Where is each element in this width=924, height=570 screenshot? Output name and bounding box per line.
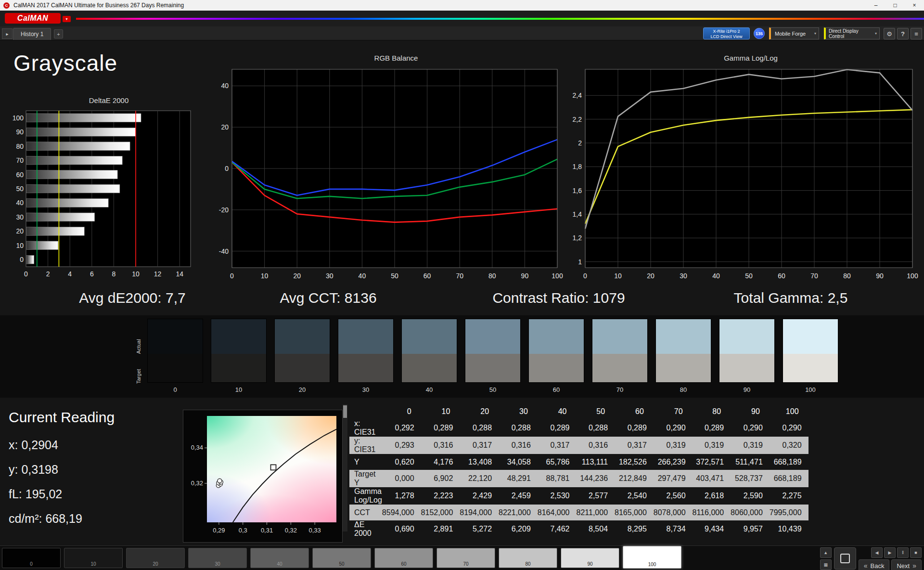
stop-measure-button[interactable]: [834, 547, 856, 570]
swatch-level-label: 0: [147, 386, 203, 393]
maximize-button[interactable]: □: [886, 0, 905, 11]
table-cell: 2,590: [731, 487, 770, 505]
next-button[interactable]: Next »: [891, 559, 922, 570]
svg-text:2,2: 2,2: [573, 116, 582, 123]
swatch-stack: [783, 319, 838, 383]
stat-avg-de2000: Avg dE2000: 7,7: [79, 290, 185, 306]
swatch-actual: [783, 319, 838, 354]
svg-text:50: 50: [16, 185, 24, 193]
stop-icon: [840, 554, 850, 563]
reading-x: x: 0,2904: [9, 438, 115, 452]
swatch-actual: [656, 319, 711, 354]
play-button[interactable]: ▶: [884, 547, 896, 558]
table-cell: 0,316: [577, 437, 615, 454]
table-cell: 6,902: [421, 470, 460, 487]
record-button[interactable]: ■: [910, 547, 922, 558]
table-cell: 297,479: [654, 470, 693, 487]
calman-logo[interactable]: CalMAN: [5, 13, 61, 24]
chevron-down-icon: ▾: [65, 17, 67, 21]
source-dropdown[interactable]: Mobile Forge ▾: [769, 27, 819, 39]
table-cell: 0,319: [693, 437, 731, 454]
swatch-target: [656, 354, 711, 382]
tab-history-1[interactable]: History 1: [13, 28, 51, 40]
table-cell: 0,288: [499, 419, 538, 437]
eject-button[interactable]: ▲: [820, 547, 832, 558]
svg-text:12: 12: [154, 270, 162, 278]
pause-button[interactable]: ‖: [897, 547, 909, 558]
table-cell: 2,540: [615, 487, 654, 505]
table-column-header: 80: [693, 403, 731, 419]
measurement-table: 0102030405060708090100x: CIE310,2920,289…: [349, 403, 808, 538]
swatch-row: 0102030405060708090100: [147, 319, 838, 393]
pause-icon: ‖: [902, 550, 904, 555]
back-chevron-icon: «: [864, 562, 868, 570]
rgb-balance-chart: RGB Balance 40200-20-4001020304050607080…: [212, 54, 563, 284]
table-scrollbar[interactable]: [343, 404, 347, 531]
svg-text:80: 80: [843, 272, 851, 280]
level-patch-30[interactable]: 30: [188, 548, 247, 568]
previous-button[interactable]: ◀: [871, 547, 883, 558]
panel-menu-button[interactable]: ≡: [911, 28, 922, 39]
stop-square-icon: ■: [914, 550, 917, 555]
svg-text:0: 0: [583, 272, 587, 280]
svg-text:1: 1: [578, 258, 582, 266]
level-patch-90[interactable]: 90: [561, 548, 619, 568]
logo-menu-button[interactable]: ▾: [63, 16, 71, 22]
settings-button[interactable]: ⚙: [884, 28, 895, 39]
minimize-button[interactable]: –: [866, 0, 886, 11]
level-patch-10[interactable]: 10: [64, 548, 123, 568]
svg-text:40: 40: [359, 272, 366, 280]
svg-text:1,8: 1,8: [573, 163, 582, 170]
table-scrollbar-thumb[interactable]: [343, 405, 347, 418]
table-cell: 8194,000: [460, 505, 499, 520]
grayscale-swatch-40: 40: [401, 319, 457, 393]
table-cell: 1,278: [382, 487, 421, 505]
table-cell: 6,209: [499, 520, 538, 538]
table-cell: 182,526: [615, 454, 654, 470]
back-button[interactable]: « Back: [859, 559, 890, 570]
level-patch-60[interactable]: 60: [374, 548, 433, 568]
close-button[interactable]: ×: [905, 0, 924, 11]
level-patch-100[interactable]: 100: [623, 546, 681, 569]
level-patch-50[interactable]: 50: [312, 548, 371, 568]
patch-level-label: 70: [437, 561, 495, 567]
play-icon: ▶: [888, 550, 892, 555]
level-patch-0[interactable]: 0: [2, 548, 61, 568]
swatch-stack: [719, 319, 775, 383]
table-cell: 0,000: [382, 470, 421, 487]
table-row: x: CIE310,2920,2890,2880,2880,2890,2880,…: [349, 419, 808, 437]
layout-button[interactable]: ▦: [820, 559, 832, 570]
table-cell: 0,293: [382, 437, 421, 454]
table-row: ΔE 20000,6902,8915,2726,2097,4628,5048,2…: [349, 520, 808, 538]
swatch-target: [783, 354, 838, 382]
level-patch-80[interactable]: 80: [499, 548, 557, 568]
swatch-actual: [465, 319, 520, 354]
swatch-level-label: 10: [211, 386, 267, 393]
table-cell: 0,290: [770, 419, 808, 437]
display-control-dropdown[interactable]: Direct Display Control ▾: [824, 27, 880, 39]
table-cell: 0,317: [538, 437, 577, 454]
previous-icon: ◀: [875, 550, 879, 555]
tab-nav-button[interactable]: ▸: [2, 28, 13, 39]
level-patch-70[interactable]: 70: [436, 548, 495, 568]
add-tab-button[interactable]: +: [54, 29, 63, 39]
level-patch-40[interactable]: 40: [250, 548, 309, 568]
grayscale-swatch-60: 60: [528, 319, 584, 393]
patch-level-label: 10: [64, 561, 122, 567]
swatch-stack: [592, 319, 648, 383]
svg-text:0: 0: [24, 270, 28, 278]
chevron-down-icon: ▾: [875, 31, 877, 36]
svg-text:40: 40: [16, 199, 24, 207]
swatch-stack: [211, 319, 267, 383]
grayscale-swatch-10: 10: [211, 319, 267, 393]
swatch-actual: [592, 319, 647, 354]
grayscale-swatch-70: 70: [592, 319, 648, 393]
table-cell: 65,786: [538, 454, 577, 470]
swatch-level-label: 100: [783, 386, 838, 393]
help-button[interactable]: ?: [897, 28, 909, 39]
meter-select-button[interactable]: X-Rite i1Pro 2 LCD Direct View: [703, 27, 750, 39]
level-patch-20[interactable]: 20: [126, 548, 185, 568]
svg-text:2,4: 2,4: [573, 91, 582, 99]
patch-level-label: 100: [623, 562, 681, 567]
swatch-stack: [401, 319, 457, 383]
